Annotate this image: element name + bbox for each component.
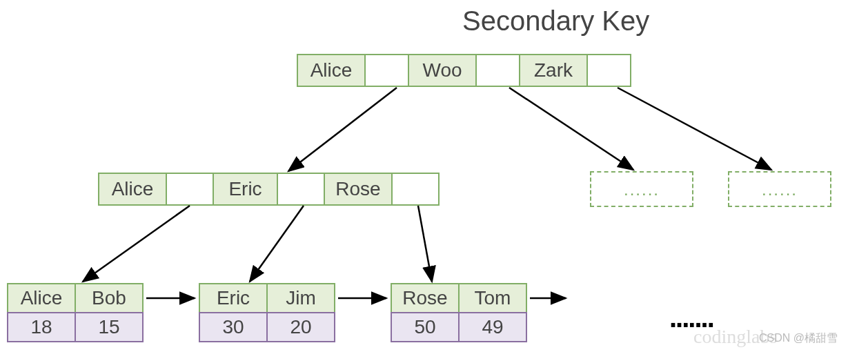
leaf3-val-1: 49 <box>458 312 527 342</box>
internal-node: Alice Eric Rose <box>98 173 440 206</box>
root-key-2: Zark <box>519 54 588 87</box>
root-key-1: Woo <box>408 54 477 87</box>
csdn-watermark: CSDN @橘甜雪 <box>759 331 838 346</box>
leaf-node-1: Alice Bob 18 15 <box>7 283 144 342</box>
root-ptr-0 <box>364 54 409 87</box>
leaf1-val-0: 18 <box>7 312 76 342</box>
internal-key-2: Rose <box>324 173 393 206</box>
diagram-title: Secondary Key <box>462 6 649 37</box>
leaf3-val-0: 50 <box>391 312 460 342</box>
leaf-node-3: Rose Tom 50 49 <box>391 283 527 342</box>
internal-ptr-1 <box>277 173 325 206</box>
root-ptr-2 <box>586 54 631 87</box>
leaf1-key-1: Bob <box>75 283 144 313</box>
svg-line-2 <box>618 88 771 170</box>
leaf1-key-0: Alice <box>7 283 76 313</box>
leaf-node-2: Eric Jim 30 20 <box>199 283 335 342</box>
svg-line-1 <box>509 88 633 170</box>
leaf1-val-1: 15 <box>75 312 144 342</box>
svg-line-0 <box>288 88 397 171</box>
svg-line-3 <box>83 206 190 282</box>
internal-key-0: Alice <box>98 173 167 206</box>
internal-key-1: Eric <box>213 173 278 206</box>
dashed-node-2: ...... <box>728 171 831 207</box>
root-key-0: Alice <box>297 54 366 87</box>
leaf2-key-0: Eric <box>199 283 268 313</box>
dashed-node-1: ...... <box>590 171 693 207</box>
leaf2-val-1: 20 <box>266 312 335 342</box>
leaf2-key-1: Jim <box>266 283 335 313</box>
leaf3-key-1: Tom <box>458 283 527 313</box>
internal-ptr-0 <box>166 173 214 206</box>
root-ptr-1 <box>475 54 520 87</box>
leaf2-val-0: 30 <box>199 312 268 342</box>
internal-ptr-2 <box>391 173 440 206</box>
svg-line-4 <box>250 206 304 282</box>
leaf3-key-0: Rose <box>391 283 460 313</box>
root-node: Alice Woo Zark <box>297 54 631 87</box>
svg-line-5 <box>418 206 432 282</box>
